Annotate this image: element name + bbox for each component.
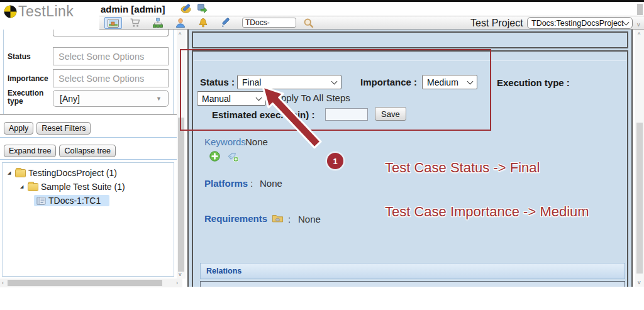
testlink-logo-icon [4, 5, 17, 18]
scroll-down-icon[interactable]: v [637, 21, 640, 28]
keyword-filter-input[interactable] [53, 30, 169, 36]
filter-exec-type-select[interactable]: [Any] ▼ [53, 90, 169, 107]
filter-divider [0, 114, 177, 114]
logo-text: TestLink [18, 3, 74, 20]
cart-icon[interactable] [130, 18, 141, 28]
title-strip-panel [192, 31, 628, 48]
chevron-down-icon [256, 94, 262, 101]
sidebar-horizontal-scrollbar[interactable]: ‹ › [0, 279, 182, 287]
test-project-label: Test Project [470, 18, 523, 29]
requirements-colon: : [288, 214, 291, 224]
logged-user-label: admin [admin] [101, 4, 165, 14]
scroll-left-icon[interactable]: ‹ [2, 280, 4, 286]
testlink-logo: TestLink [4, 3, 74, 20]
execution-type-label: Execution type : [497, 77, 570, 88]
importance-value: Medium [427, 77, 458, 87]
search-icon[interactable] [303, 18, 314, 28]
window-scrollbar[interactable]: v [636, 3, 644, 30]
filter-exec-type-label: Execution type [8, 89, 47, 106]
sidebar-hscroll-thumb[interactable] [8, 280, 162, 286]
status-value: Final [242, 77, 261, 87]
platforms-label: Platforms [204, 178, 248, 189]
main-vertical-scrollbar[interactable]: ^ v [635, 30, 644, 287]
filter-status-input[interactable] [53, 47, 169, 65]
requirements-folder-icon[interactable] [272, 213, 284, 223]
bell-icon[interactable] [197, 18, 209, 28]
filter-exec-type-value: [Any] [60, 94, 80, 104]
manual-value: Manual [202, 94, 231, 104]
relations-body-panel [200, 281, 625, 287]
chevron-down-icon [467, 78, 474, 84]
estimated-exec-label: Estimated exec. (min) : [212, 109, 314, 120]
platforms-value: None [260, 178, 282, 189]
manual-select[interactable]: Manual [197, 91, 266, 106]
tree-node-label: TDocs-1:TC1 [48, 196, 101, 206]
top-border [0, 0, 644, 2]
status-select[interactable]: Final [237, 75, 341, 89]
reset-filters-button[interactable]: Reset Filters [36, 122, 91, 135]
desktop-icon-glyph [108, 19, 119, 28]
estimated-exec-input[interactable] [325, 108, 368, 121]
user-edit-icon[interactable] [180, 3, 191, 14]
search-input[interactable] [242, 18, 296, 28]
chevron-down-icon [331, 78, 338, 84]
collapse-tree-button[interactable]: Collapse tree [59, 145, 116, 157]
platforms-colon: : [250, 178, 253, 189]
keywords-link[interactable]: Keywords [204, 136, 246, 147]
tree-node-label: Sample Test Suite (1) [41, 182, 125, 192]
save-button[interactable]: Save [375, 107, 406, 121]
apply-button[interactable]: Apply [4, 122, 33, 135]
sidebar-vertical-scrollbar[interactable]: ^ v [177, 30, 186, 279]
add-keyword-icon[interactable] [209, 151, 220, 162]
relations-title: Relations [206, 267, 242, 275]
relations-header[interactable]: Relations [200, 263, 625, 279]
filter-status-label: Status [8, 53, 31, 61]
window-scrollbar-thumb[interactable] [637, 4, 643, 15]
test-spec-tree: ◢ TestingDocsProject (1) ◢ Sample Test S… [2, 162, 174, 277]
sidebar-vscroll-thumb[interactable] [178, 118, 184, 272]
tree-node-suite[interactable]: ◢ Sample Test Suite (1) [3, 180, 174, 193]
divider [0, 159, 177, 160]
requirements-label: Requirements [204, 213, 267, 224]
tag-add-icon[interactable] [227, 150, 239, 162]
chevron-down-icon [623, 19, 630, 25]
expander-icon[interactable]: ◢ [20, 184, 25, 189]
tree-node-testcase[interactable]: TDocs-1:TC1 [3, 194, 174, 207]
divider [0, 137, 177, 138]
scroll-right-icon[interactable]: › [176, 280, 178, 286]
scroll-down-icon[interactable]: v [638, 279, 641, 285]
status-label: Status : [200, 77, 235, 87]
folder-icon [28, 183, 38, 191]
keywords-value: None [245, 136, 268, 147]
tree-node-project[interactable]: ◢ TestingDocsProject (1) [3, 167, 174, 179]
main-vscroll-thumb[interactable] [636, 123, 643, 274]
sitemap-icon[interactable] [152, 18, 164, 28]
triangle-down-icon: ▼ [156, 96, 162, 102]
test-project-select[interactable]: TDocs:TestingDocsProject [527, 17, 633, 29]
filter-importance-input[interactable] [53, 69, 169, 87]
expander-icon[interactable]: ◢ [8, 170, 13, 175]
testcase-icon [36, 196, 46, 206]
expand-tree-button[interactable]: Expand tree [4, 145, 56, 157]
test-project-selected: TDocs:TestingDocsProject [531, 19, 624, 28]
importance-label: Importance : [360, 77, 417, 87]
folder-icon [15, 169, 26, 177]
filter-importance-label: Importance [8, 75, 48, 83]
pen-icon[interactable] [220, 18, 231, 28]
scroll-up-icon[interactable]: ^ [638, 31, 640, 38]
switch-user-icon[interactable] [197, 3, 208, 14]
desktop-icon[interactable] [104, 17, 122, 29]
scroll-up-icon[interactable]: ^ [179, 31, 181, 38]
divider [194, 60, 626, 61]
importance-select[interactable]: Medium [422, 75, 477, 89]
tree-node-label: TestingDocsProject (1) [28, 168, 117, 178]
user-icon[interactable] [175, 18, 186, 28]
requirements-value: None [298, 214, 321, 224]
apply-all-steps-label: Apply To All Steps [275, 92, 350, 103]
scroll-down-icon[interactable]: v [179, 271, 182, 277]
selected-tree-node[interactable]: TDocs-1:TC1 [34, 195, 109, 206]
